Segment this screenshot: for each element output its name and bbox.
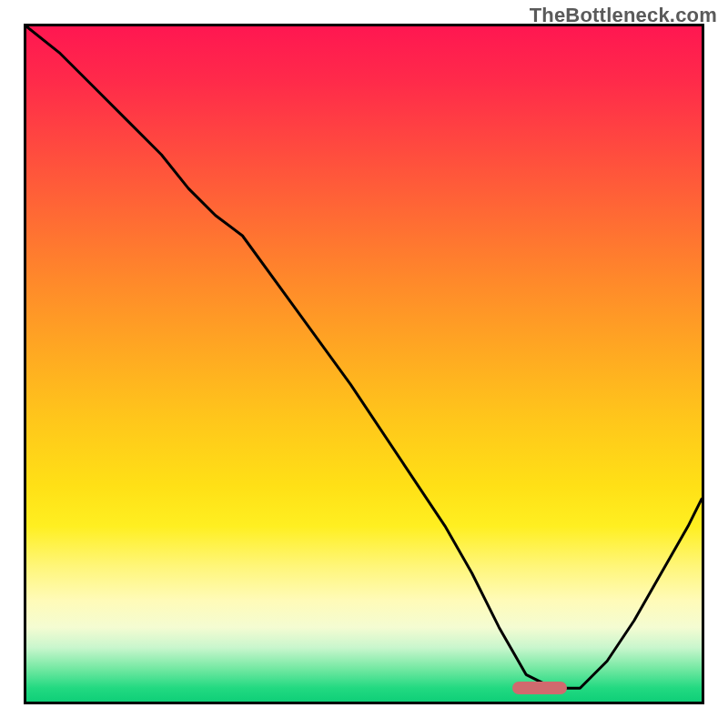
bottleneck-curve — [26, 26, 702, 702]
optimal-marker — [512, 682, 566, 694]
watermark-text: TheBottleneck.com — [530, 4, 717, 27]
bottleneck-plot — [24, 24, 704, 704]
